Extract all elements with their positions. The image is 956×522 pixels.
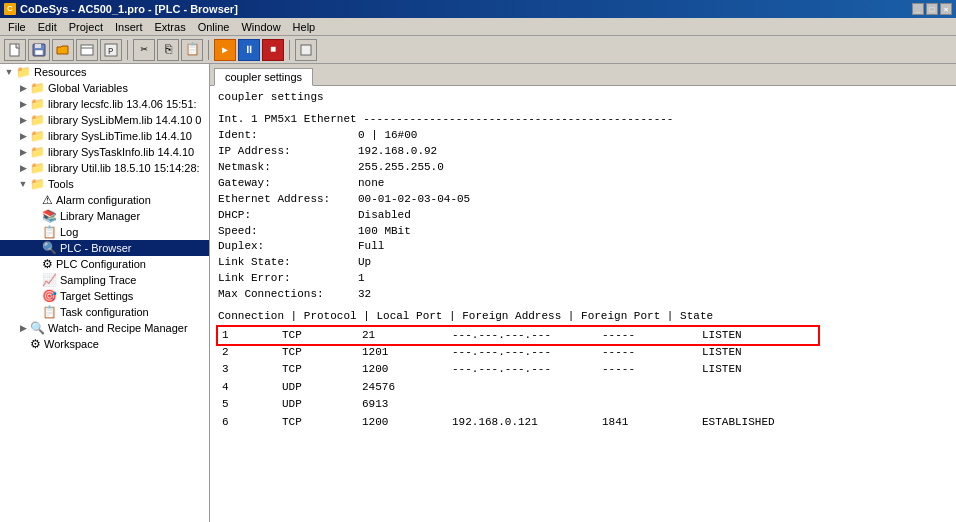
field-maxconn: Max Connections:32 xyxy=(218,287,948,303)
conn-state: LISTEN xyxy=(698,361,818,378)
resources-label: Resources xyxy=(34,66,87,78)
extra-btn[interactable] xyxy=(295,39,317,61)
pause-button[interactable]: ⏸ xyxy=(238,39,260,61)
sidebar: ▼ 📁 Resources ▶ 📁 Global Variables ▶ 📁 l… xyxy=(0,64,210,522)
alarm-icon: ⚠ xyxy=(42,193,53,207)
config-icon: ⚙ xyxy=(42,257,53,271)
field-gateway: Gateway:none xyxy=(218,176,948,192)
conn-state: ESTABLISHED xyxy=(698,414,818,431)
field-linkerror: Link Error:1 xyxy=(218,271,948,287)
toolbar-btn5[interactable]: P xyxy=(100,39,122,61)
menu-insert[interactable]: Insert xyxy=(109,20,149,34)
connection-table: 1 TCP 21 ---.---.---.--- ----- LISTEN 2 … xyxy=(218,327,818,431)
sidebar-item-sampling-trace[interactable]: 📈 Sampling Trace xyxy=(0,272,209,288)
expander-icon xyxy=(16,339,30,349)
menu-edit[interactable]: Edit xyxy=(32,20,63,34)
menu-extras[interactable]: Extras xyxy=(148,20,191,34)
toolbar-separator-2 xyxy=(208,40,209,60)
field-duplex: Duplex:Full xyxy=(218,239,948,255)
conn-foreign-addr xyxy=(448,379,598,396)
save-button[interactable] xyxy=(28,39,50,61)
open-button[interactable] xyxy=(52,39,74,61)
sidebar-item-tools[interactable]: ▼ 📁 Tools xyxy=(0,176,209,192)
sidebar-item-lib-lecsfc[interactable]: ▶ 📁 library lecsfc.lib 13.4.06 15:51: xyxy=(0,96,209,112)
sidebar-item-label: Sampling Trace xyxy=(60,274,136,286)
paste-button[interactable]: 📋 xyxy=(181,39,203,61)
expander-icon: ▶ xyxy=(16,99,30,109)
tab-coupler-settings[interactable]: coupler settings xyxy=(214,68,313,86)
conn-id: 6 xyxy=(218,414,278,431)
sidebar-item-label: Log xyxy=(60,226,78,238)
tab-label: coupler settings xyxy=(225,71,302,83)
sidebar-item-label: library SysLibMem.lib 14.4.10 0 xyxy=(48,114,201,126)
close-button[interactable]: × xyxy=(940,3,952,15)
maximize-button[interactable]: □ xyxy=(926,3,938,15)
expander-icon: ▶ xyxy=(16,323,30,333)
expander-icon: ▼ xyxy=(16,179,30,189)
sidebar-item-lib-systaskinfo[interactable]: ▶ 📁 library SysTaskInfo.lib 14.4.10 xyxy=(0,144,209,160)
run-button[interactable]: ▶ xyxy=(214,39,236,61)
task-icon: 📋 xyxy=(42,305,57,319)
folder-icon: 📁 xyxy=(30,97,45,111)
conn-local-port: 6913 xyxy=(358,396,448,413)
field-eth-addr: Ethernet Address:00-01-02-03-04-05 xyxy=(218,192,948,208)
conn-foreign-port xyxy=(598,396,698,413)
sidebar-item-alarm-config[interactable]: ⚠ Alarm configuration xyxy=(0,192,209,208)
sidebar-item-log[interactable]: 📋 Log xyxy=(0,224,209,240)
table-row: 2 TCP 1201 ---.---.---.--- ----- LISTEN xyxy=(218,344,818,361)
expander-icon: ▶ xyxy=(16,147,30,157)
sidebar-root-resources[interactable]: ▼ 📁 Resources xyxy=(0,64,209,80)
svg-rect-3 xyxy=(35,50,43,55)
expander-icon xyxy=(28,275,42,285)
sidebar-item-target-settings[interactable]: 🎯 Target Settings xyxy=(0,288,209,304)
new-button[interactable] xyxy=(4,39,26,61)
menu-online[interactable]: Online xyxy=(192,20,236,34)
table-header: Connection | Protocol | Local Port | For… xyxy=(218,309,948,324)
conn-local-port: 1200 xyxy=(358,414,448,431)
toolbar-btn4[interactable] xyxy=(76,39,98,61)
conn-local-port: 21 xyxy=(358,327,448,344)
sidebar-item-plc-browser[interactable]: 🔍 PLC - Browser xyxy=(0,240,209,256)
menu-file[interactable]: File xyxy=(2,20,32,34)
minimize-button[interactable]: _ xyxy=(912,3,924,15)
folder-icon: 📁 xyxy=(30,177,45,191)
sidebar-item-label: Target Settings xyxy=(60,290,133,302)
expander-icon xyxy=(28,307,42,317)
menu-project[interactable]: Project xyxy=(63,20,109,34)
svg-rect-9 xyxy=(301,45,311,55)
workspace-icon: ⚙ xyxy=(30,337,41,351)
log-icon: 📋 xyxy=(42,225,57,239)
stop-button[interactable]: ■ xyxy=(262,39,284,61)
sidebar-item-plc-config[interactable]: ⚙ PLC Configuration xyxy=(0,256,209,272)
expander-icon xyxy=(28,243,42,253)
sidebar-item-lib-syslibtime[interactable]: ▶ 📁 library SysLibTime.lib 14.4.10 xyxy=(0,128,209,144)
field-ident: Ident:0 | 16#00 xyxy=(218,128,948,144)
copy-button[interactable]: ⎘ xyxy=(157,39,179,61)
sidebar-item-watch-recipe[interactable]: ▶ 🔍 Watch- and Recipe Manager xyxy=(0,320,209,336)
expander-icon: ▶ xyxy=(16,131,30,141)
interface-line: Int. 1 PM5x1 Ethernet ------------------… xyxy=(218,112,948,128)
folder-icon: 📁 xyxy=(30,113,45,127)
sidebar-item-task-config[interactable]: 📋 Task configuration xyxy=(0,304,209,320)
sidebar-item-lib-syslibmem[interactable]: ▶ 📁 library SysLibMem.lib 14.4.10 0 xyxy=(0,112,209,128)
cut-button[interactable]: ✂ xyxy=(133,39,155,61)
sidebar-item-label: library lecsfc.lib 13.4.06 15:51: xyxy=(48,98,197,110)
main-layout: ▼ 📁 Resources ▶ 📁 Global Variables ▶ 📁 l… xyxy=(0,64,956,522)
sidebar-item-label: Workspace xyxy=(44,338,99,350)
sidebar-item-workspace[interactable]: ⚙ Workspace xyxy=(0,336,209,352)
conn-id: 2 xyxy=(218,344,278,361)
resources-icon: 📁 xyxy=(16,65,31,79)
expander-icon: ▶ xyxy=(16,163,30,173)
sidebar-item-global-variables[interactable]: ▶ 📁 Global Variables xyxy=(0,80,209,96)
sidebar-item-library-manager[interactable]: 📚 Library Manager xyxy=(0,208,209,224)
conn-local-port: 1200 xyxy=(358,361,448,378)
field-netmask: Netmask:255.255.255.0 xyxy=(218,160,948,176)
sidebar-item-label: Global Variables xyxy=(48,82,128,94)
sidebar-item-label: PLC Configuration xyxy=(56,258,146,270)
conn-local-port: 24576 xyxy=(358,379,448,396)
menu-help[interactable]: Help xyxy=(287,20,322,34)
sidebar-item-lib-util[interactable]: ▶ 📁 library Util.lib 18.5.10 15:14:28: xyxy=(0,160,209,176)
conn-foreign-addr: ---.---.---.--- xyxy=(448,327,598,344)
menu-window[interactable]: Window xyxy=(235,20,286,34)
library-icon: 📚 xyxy=(42,209,57,223)
